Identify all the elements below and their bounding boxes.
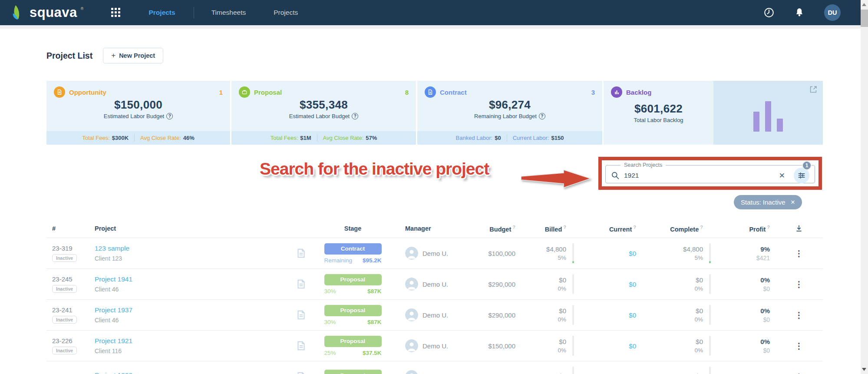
scroll-up-arrow[interactable] <box>862 3 866 6</box>
billed-percent: 5% <box>519 255 566 261</box>
brand-logo[interactable]: squava ® <box>12 4 83 21</box>
budget-cell: $100,000 <box>469 250 519 257</box>
help-icon[interactable]: ? <box>352 113 358 119</box>
billed-cell: $4,800 5% <box>519 245 578 261</box>
manager-name: Demo U. <box>422 342 448 350</box>
filter-chip-status-inactive[interactable]: Status: Inactive ✕ <box>734 195 802 209</box>
manager-avatar <box>405 370 418 374</box>
download-icon[interactable] <box>775 224 823 233</box>
complete-bar <box>709 243 711 263</box>
project-number: 23-245 <box>52 275 89 283</box>
row-menu-icon[interactable]: ⋮ <box>795 342 803 350</box>
project-link[interactable]: Project 1921 <box>95 337 132 344</box>
project-number: 23-241 <box>52 306 89 314</box>
nav-link-projects[interactable]: Projects <box>149 9 175 17</box>
nav-link-timesheets[interactable]: Timesheets <box>211 9 246 17</box>
nav-link-projects-2[interactable]: Projects <box>274 9 298 17</box>
page-scrollbar[interactable] <box>861 0 868 374</box>
project-link[interactable]: 123 sample <box>95 245 129 252</box>
card-opportunity[interactable]: Opportunity 1 $150,000 Estimated Labor B… <box>46 81 230 145</box>
stage-sub-left: 25% <box>324 350 336 356</box>
scroll-down-arrow[interactable] <box>862 368 866 371</box>
help-icon[interactable]: ? <box>633 225 636 230</box>
profit-amount: $421 <box>714 255 770 261</box>
project-link[interactable]: Project 1941 <box>95 275 132 283</box>
manager-name: Demo U. <box>422 250 448 257</box>
complete-percent: 5% <box>645 255 703 261</box>
profit-amount: $0 <box>714 285 770 292</box>
filter-chip-label: Status: Inactive <box>741 199 785 206</box>
note-icon[interactable] <box>295 371 307 374</box>
help-icon[interactable]: ? <box>700 225 703 230</box>
clear-search-icon[interactable]: ✕ <box>779 171 785 180</box>
row-menu-icon[interactable]: ⋮ <box>795 280 803 288</box>
client-name: Client 46 <box>95 286 289 293</box>
stage-badge: Proposal <box>324 305 382 316</box>
complete-percent: 0% <box>645 285 703 292</box>
backlog-icon <box>611 86 622 98</box>
user-avatar[interactable]: DU <box>824 4 841 21</box>
filter-sliders-icon <box>797 171 806 180</box>
table-row: 23-241 Inactive Project 1937 Client 46 P… <box>46 299 823 330</box>
project-link[interactable]: Project 1908 <box>95 371 132 374</box>
contract-icon <box>425 86 436 98</box>
billed-value: $0 <box>519 276 566 284</box>
card-count: 8 <box>405 89 409 96</box>
billed-bar <box>572 305 574 325</box>
external-link-icon[interactable] <box>809 85 818 94</box>
complete-cell: $4,800 5% <box>645 245 714 261</box>
note-icon[interactable] <box>295 248 307 259</box>
row-menu-icon[interactable]: ⋮ <box>795 249 803 258</box>
help-icon[interactable]: ? <box>563 225 566 230</box>
note-icon[interactable] <box>295 278 307 290</box>
row-menu-icon[interactable]: ⋮ <box>795 373 803 374</box>
app-grid-icon[interactable] <box>111 8 121 17</box>
stage-sub-left: 30% <box>324 288 336 295</box>
billed-bar <box>572 367 574 374</box>
profit-percent: 9% <box>714 245 770 253</box>
budget-cell: $290,000 <box>469 311 519 319</box>
manager-name: Demo U. <box>422 311 448 319</box>
help-icon[interactable]: ? <box>512 225 515 230</box>
scroll-thumb[interactable] <box>861 10 868 27</box>
filter-button[interactable]: 1 <box>794 168 809 183</box>
card-backlog[interactable]: Backlog $601,622 Total Labor Backlog <box>604 81 823 145</box>
remove-filter-icon[interactable]: ✕ <box>791 199 795 205</box>
opportunity-icon <box>54 86 65 98</box>
nav-divider <box>194 7 194 18</box>
table-body: 23-319 Inactive 123 sample Client 123 Co… <box>46 238 823 374</box>
billed-value: $0 <box>519 338 566 345</box>
card-value: $355,348 <box>231 98 416 112</box>
card-contract[interactable]: Contract 3 $96,274 Remaining Labor Budge… <box>417 81 602 145</box>
project-table: # Project Stage Manager Budget? Billed? … <box>46 219 823 374</box>
clock-icon[interactable] <box>763 7 775 18</box>
stat-label: Total Fees: <box>271 135 298 141</box>
search-projects-box[interactable]: Search Projects 1921 ✕ 1 <box>605 162 815 183</box>
complete-cell: $0 0% <box>645 338 714 354</box>
help-icon[interactable]: ? <box>767 225 770 230</box>
card-proposal[interactable]: Proposal 8 $355,348 Estimated Labor Budg… <box>231 81 416 145</box>
note-icon[interactable] <box>295 340 307 351</box>
card-value: $96,274 <box>417 98 602 112</box>
card-title: Opportunity <box>69 89 106 96</box>
search-input[interactable]: 1921 <box>624 172 775 179</box>
billed-cell: $0 <box>519 372 578 374</box>
billed-cell: $0 0% <box>519 276 578 292</box>
profit-cell: 0% $0 <box>714 338 775 354</box>
row-menu-icon[interactable]: ⋮ <box>795 311 803 319</box>
backlog-mini-chart <box>713 81 823 145</box>
new-project-button[interactable]: + New Project <box>103 48 163 63</box>
stage-sub-left: 30% <box>324 319 336 325</box>
profit-cell: 9% $421 <box>714 245 775 261</box>
annotation-highlight-frame: Search Projects 1921 ✕ 1 <box>598 157 822 190</box>
note-icon[interactable] <box>295 309 307 321</box>
current-cell: $0 <box>578 281 645 288</box>
current-cell: $0 <box>578 311 645 319</box>
project-link[interactable]: Project 1937 <box>95 306 132 314</box>
help-icon[interactable]: ? <box>166 113 173 119</box>
help-icon[interactable]: ? <box>539 113 545 119</box>
stat-value: 57% <box>366 135 377 141</box>
complete-percent: 0% <box>645 316 703 323</box>
complete-bar <box>709 336 711 356</box>
bell-icon[interactable] <box>794 7 805 18</box>
